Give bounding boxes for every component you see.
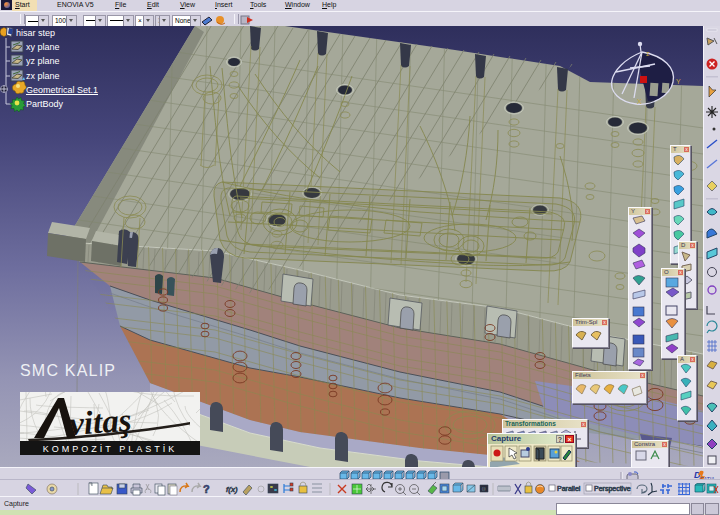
- svg-text:f(x): f(x): [226, 485, 238, 494]
- svg-text:Parallel: Parallel: [557, 485, 581, 492]
- svg-text:z: z: [646, 50, 650, 57]
- svg-text:?: ?: [203, 483, 210, 495]
- svg-text:vitaş: vitaş: [68, 402, 133, 442]
- svg-text:Y: Y: [676, 78, 681, 85]
- svg-text:X: X: [637, 98, 642, 105]
- svg-text:KOMPOZİT PLASTİK: KOMPOZİT PLASTİK: [43, 444, 177, 454]
- svg-text:Perspective: Perspective: [594, 485, 631, 493]
